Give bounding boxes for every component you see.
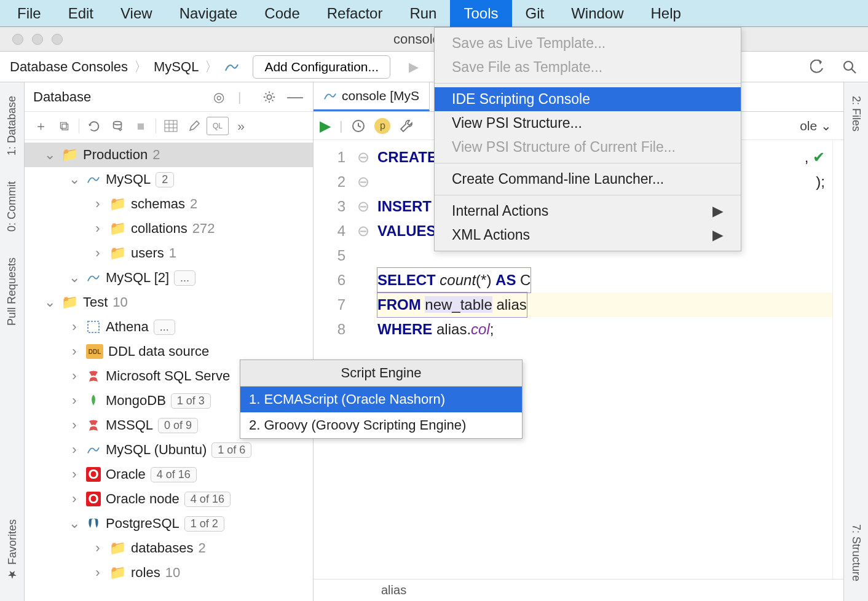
mi-create-cli-launcher[interactable]: Create Command-line Launcher... — [435, 167, 741, 191]
mysql-icon — [323, 90, 337, 101]
sync-icon[interactable] — [106, 117, 128, 135]
tree-mysql-ubuntu[interactable]: ›MySQL (Ubuntu)1 of 6 — [25, 438, 313, 462]
svg-point-0 — [844, 61, 853, 70]
tree-test[interactable]: ⌄📁Test10 — [25, 290, 313, 315]
tree-roles[interactable]: ›📁roles10 — [25, 560, 313, 585]
console-schema-dropdown[interactable]: ole ⌄ — [794, 116, 837, 136]
mi-save-live-template: Save as Live Template... — [435, 31, 741, 55]
mi-internal-actions[interactable]: Internal Actions▶ — [435, 199, 741, 223]
tree-databases[interactable]: ›📁databases2 — [25, 536, 313, 560]
menu-view[interactable]: View — [107, 0, 166, 27]
svg-rect-4 — [165, 120, 177, 132]
rail-database[interactable]: 1: Database — [6, 88, 18, 163]
menu-edit[interactable]: Edit — [55, 0, 107, 27]
oracle-icon: O — [86, 467, 101, 482]
error-stripe[interactable] — [832, 140, 843, 579]
query-console-icon[interactable]: QL — [207, 117, 229, 135]
more-icon[interactable]: » — [230, 117, 252, 135]
p-badge-icon[interactable]: p — [374, 118, 390, 134]
menu-refactor[interactable]: Refactor — [314, 0, 397, 27]
mi-view-psi-current: View PSI Structure of Current File... — [435, 135, 741, 159]
script-opt-groovy[interactable]: 2. Groovy (Groovy Scripting Engine) — [240, 412, 522, 438]
search-icon[interactable] — [841, 58, 858, 76]
add-configuration-button[interactable]: Add Configuration... — [253, 55, 390, 79]
new-icon[interactable]: ＋ — [30, 117, 52, 135]
refresh-icon[interactable] — [83, 117, 105, 135]
crumb-0[interactable]: Database Consoles — [10, 59, 128, 75]
mi-ide-scripting-console[interactable]: IDE Scripting Console — [435, 87, 741, 111]
menu-code[interactable]: Code — [251, 0, 313, 27]
rail-pullrequests[interactable]: Pull Requests — [6, 250, 18, 333]
rail-commit[interactable]: 0: Commit — [6, 174, 18, 239]
tree-users[interactable]: ›📁users1 — [25, 241, 313, 265]
crumb-sep: 〉 — [203, 58, 219, 76]
mongodb-icon — [86, 393, 101, 408]
svg-point-3 — [114, 121, 122, 125]
rail-structure[interactable]: 7: Structure — [850, 517, 862, 589]
sidebar-header: Database ◎ | — — [25, 82, 313, 112]
target-icon[interactable]: ◎ — [213, 90, 231, 104]
tree-athena[interactable]: ›Athena... — [25, 315, 313, 339]
tree-collations[interactable]: ›📁collations272 — [25, 216, 313, 241]
tree-oracle-node[interactable]: ›OOracle node4 of 16 — [25, 487, 313, 511]
script-opt-ecmascript[interactable]: 1. ECMAScript (Oracle Nashorn) — [240, 387, 522, 412]
tree-schemas[interactable]: ›📁schemas2 — [25, 192, 313, 216]
history-icon[interactable] — [351, 119, 366, 133]
mysql-icon — [86, 172, 101, 187]
script-engine-popup: Script Engine 1. ECMAScript (Oracle Nash… — [240, 359, 523, 439]
minimize-icon[interactable]: — — [287, 87, 304, 106]
editor-crumb-bar: alias — [314, 579, 843, 601]
popup-title: Script Engine — [240, 360, 522, 387]
menu-run[interactable]: Run — [396, 0, 450, 27]
oracle-icon: O — [86, 492, 101, 506]
wrench-icon[interactable] — [399, 119, 414, 133]
postgres-icon — [86, 516, 101, 531]
run-icon[interactable]: ▶ — [320, 117, 331, 135]
tree-postgresql[interactable]: ⌄PostgreSQL1 of 2 — [25, 511, 313, 536]
athena-icon — [86, 320, 101, 334]
sidebar-title: Database — [33, 89, 91, 105]
menu-navigate[interactable]: Navigate — [166, 0, 251, 27]
sqlserver-icon — [86, 369, 101, 383]
mysql-icon — [86, 270, 101, 285]
menu-git[interactable]: Git — [512, 0, 558, 27]
tab-console[interactable]: console [MyS — [314, 82, 430, 111]
separator: | — [238, 90, 255, 104]
stop-icon[interactable]: ■ — [130, 117, 152, 135]
menu-help[interactable]: Help — [637, 0, 695, 27]
tree-mysql[interactable]: ⌄MySQL2 — [25, 167, 313, 192]
submenu-arrow-icon: ▶ — [712, 203, 724, 219]
editor-crumb[interactable]: alias — [381, 583, 406, 597]
mi-xml-actions[interactable]: XML Actions▶ — [435, 223, 741, 247]
svg-rect-9 — [88, 321, 99, 332]
crumb-1[interactable]: MySQL — [154, 59, 199, 75]
table-icon[interactable] — [160, 117, 182, 135]
mi-save-file-template: Save File as Template... — [435, 55, 741, 79]
edit-icon[interactable] — [183, 117, 205, 135]
breadcrumb[interactable]: Database Consoles 〉 MySQL 〉 — [10, 58, 239, 76]
sidebar-toolbar: ＋ ⧉ ■ QL » — [25, 112, 313, 140]
duplicate-icon[interactable]: ⧉ — [53, 117, 75, 135]
database-sidebar: Database ◎ | — ＋ ⧉ ■ — [25, 82, 314, 601]
tree-production[interactable]: ⌄📁Production2 — [25, 143, 313, 167]
gear-icon[interactable] — [262, 90, 280, 104]
mysql-icon — [86, 442, 101, 457]
tab-label: console [MyS — [342, 88, 419, 103]
menu-file[interactable]: File — [4, 0, 55, 27]
menu-tools[interactable]: Tools — [450, 0, 511, 27]
menubar: File Edit View Navigate Code Refactor Ru… — [0, 0, 868, 27]
crumb-sep: 〉 — [133, 58, 149, 76]
sqlserver-icon — [86, 418, 101, 433]
mi-view-psi[interactable]: View PSI Structure... — [435, 111, 741, 135]
submenu-arrow-icon: ▶ — [712, 227, 724, 243]
tree-oracle[interactable]: ›OOracle4 of 16 — [25, 462, 313, 487]
right-tool-rail: 2: Files 7: Structure — [843, 82, 868, 601]
menu-window[interactable]: Window — [558, 0, 637, 27]
tree-mysql2[interactable]: ⌄MySQL [2]... — [25, 265, 313, 290]
rail-favorites[interactable]: ★Favorites — [6, 512, 19, 589]
window-controls[interactable] — [12, 34, 63, 45]
tools-dropdown: Save as Live Template... Save File as Te… — [434, 27, 741, 251]
svg-point-2 — [267, 95, 271, 99]
rail-files[interactable]: 2: Files — [850, 88, 862, 139]
undo-icon[interactable] — [809, 58, 826, 76]
